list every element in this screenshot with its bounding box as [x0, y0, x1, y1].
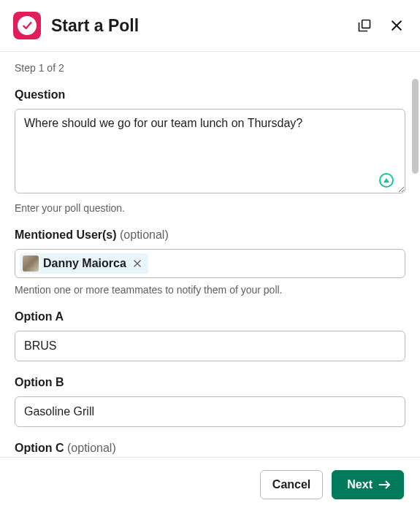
option-a-label: Option A: [15, 310, 405, 323]
close-icon: [132, 258, 142, 269]
next-button-label: Next: [347, 478, 373, 491]
mentions-help: Mention one or more teammates to notify …: [15, 284, 405, 296]
option-c-optional: (optional): [67, 442, 116, 454]
option-b-label: Option B: [15, 376, 405, 389]
modal-header: Start a Poll: [0, 0, 420, 52]
question-help: Enter your poll question.: [15, 202, 405, 214]
cancel-button[interactable]: Cancel: [260, 470, 323, 499]
mentions-input[interactable]: Danny Maiorca: [15, 249, 405, 278]
mentions-optional: (optional): [120, 228, 169, 241]
step-indicator: Step 1 of 2: [15, 62, 405, 74]
modal-title: Start a Poll: [51, 16, 354, 36]
remove-mention-button[interactable]: [131, 258, 144, 269]
modal-footer: Cancel Next: [0, 457, 420, 511]
option-a-group: Option A: [15, 310, 405, 361]
new-window-button[interactable]: [354, 15, 375, 36]
mention-name: Danny Maiorca: [43, 257, 126, 270]
mentions-label-text: Mentioned User(s): [15, 228, 117, 241]
option-c-label-text: Option C: [15, 442, 64, 454]
mentions-field-group: Mentioned User(s) (optional) Danny Maior…: [15, 228, 405, 296]
poll-app-icon: [13, 12, 41, 39]
close-icon: [389, 18, 404, 33]
option-c-group: Option C (optional): [15, 442, 405, 455]
avatar: [23, 256, 39, 272]
mentions-label: Mentioned User(s) (optional): [15, 228, 405, 242]
scrollbar[interactable]: [412, 79, 419, 174]
svg-rect-0: [362, 20, 370, 28]
next-button[interactable]: Next: [332, 470, 404, 499]
close-button[interactable]: [386, 15, 407, 36]
option-b-input[interactable]: [15, 396, 405, 427]
option-a-input[interactable]: [15, 331, 405, 361]
grammarly-icon[interactable]: [376, 172, 397, 189]
option-c-label: Option C (optional): [15, 442, 405, 455]
option-b-group: Option B: [15, 376, 405, 427]
mention-chip[interactable]: Danny Maiorca: [20, 253, 148, 274]
question-field-group: Question Enter your poll question.: [15, 88, 405, 214]
modal-body: Step 1 of 2 Question Enter your poll que…: [0, 52, 420, 458]
arrow-right-icon: [378, 480, 392, 490]
question-input[interactable]: [15, 109, 405, 193]
question-label: Question: [15, 88, 405, 101]
new-window-icon: [357, 18, 372, 33]
